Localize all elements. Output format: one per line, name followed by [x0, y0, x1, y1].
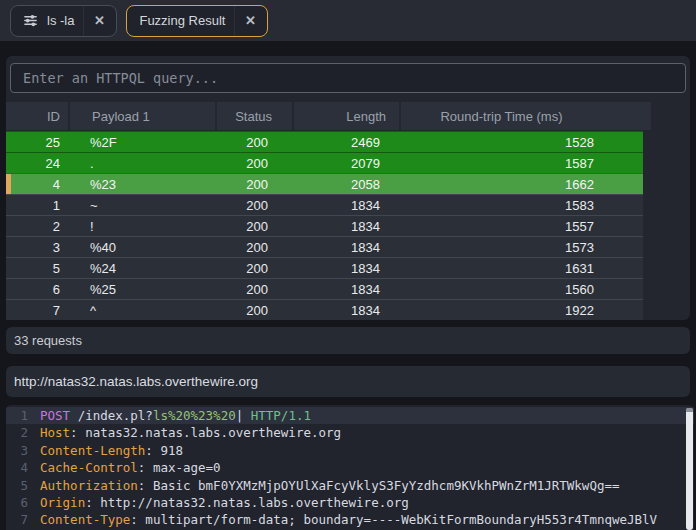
httpql-query-input[interactable]	[10, 63, 686, 93]
cell-payload: !	[68, 216, 213, 236]
cell-rtt: 1557	[393, 216, 643, 236]
cell-rtt: 1528	[393, 132, 643, 152]
tab-label: Fuzzing Result	[139, 13, 225, 28]
cell-length: 2079	[288, 153, 393, 173]
cell-payload: %40	[68, 237, 213, 257]
sliders-icon	[23, 13, 38, 28]
cell-payload: .	[68, 153, 213, 173]
table-row[interactable]: 2!20018341557	[6, 215, 643, 236]
cell-length: 1834	[288, 216, 393, 236]
code-line: 3Content-Length: 918	[6, 442, 694, 459]
cell-rtt: 1662	[393, 174, 643, 194]
scrollbar-notch-icon	[686, 408, 693, 412]
close-icon[interactable]: ✕	[83, 6, 114, 36]
cell-id: 5	[6, 258, 68, 278]
cell-status: 200	[213, 258, 288, 278]
column-header-id[interactable]: ID	[6, 102, 68, 130]
table-row[interactable]: 7^20018341922	[6, 299, 643, 320]
code-line: 6Origin: http://natas32.natas.labs.overt…	[6, 494, 694, 511]
cell-rtt: 1587	[393, 153, 643, 173]
line-number: 1	[6, 407, 28, 424]
cell-rtt: 1631	[393, 258, 643, 278]
cell-payload: ~	[68, 195, 213, 215]
cell-length: 1834	[288, 237, 393, 257]
cell-id: 2	[6, 216, 68, 236]
cell-id: 6	[6, 279, 68, 299]
cell-payload: %25	[68, 279, 213, 299]
table-body: 25%2F2002469152824.200207915874%23200205…	[6, 131, 643, 320]
cell-status: 200	[213, 153, 288, 173]
code-line-text: Authorization: Basic bmF0YXMzMjpOYUlXaFc…	[28, 477, 619, 494]
cell-length: 1834	[288, 258, 393, 278]
column-header-payload[interactable]: Payload 1	[70, 102, 215, 130]
cell-rtt: 1922	[393, 300, 643, 320]
code-line-text: Content-Length: 918	[28, 442, 183, 459]
code-line-text: Content-Type: multipart/form-data; bound…	[28, 511, 657, 528]
table-row[interactable]: 3%4020018341573	[6, 236, 643, 257]
cell-rtt: 1573	[393, 237, 643, 257]
code-line: 7Content-Type: multipart/form-data; boun…	[6, 511, 694, 528]
column-header-length[interactable]: Length	[294, 102, 399, 130]
results-panel: ID Payload 1 Status Length Round-trip Ti…	[6, 56, 690, 320]
table-row[interactable]: 6%2520018341560	[6, 278, 643, 299]
line-number: 3	[6, 442, 28, 459]
code-line: 2Host: natas32.natas.labs.overthewire.or…	[6, 424, 694, 441]
cell-length: 1834	[288, 279, 393, 299]
cell-payload: %24	[68, 258, 213, 278]
cell-id: 1	[6, 195, 68, 215]
cell-status: 200	[213, 132, 288, 152]
cell-rtt: 1583	[393, 195, 643, 215]
code-line: 4Cache-Control: max-age=0	[6, 459, 694, 476]
cell-id: 25	[6, 132, 68, 152]
table-row[interactable]: 1~20018341583	[6, 194, 643, 215]
line-number: 6	[6, 494, 28, 511]
tab-fuzzing-result[interactable]: Fuzzing Result ✕	[126, 5, 268, 37]
line-number: 2	[6, 424, 28, 441]
cell-status: 200	[213, 237, 288, 257]
table-row[interactable]: 24.20020791587	[6, 152, 643, 173]
code-line-text: Host: natas32.natas.labs.overthewire.org	[28, 424, 341, 441]
cell-status: 200	[213, 216, 288, 236]
line-number: 5	[6, 477, 28, 494]
table-row[interactable]: 25%2F20024691528	[6, 131, 643, 152]
line-number: 4	[6, 459, 28, 476]
cell-status: 200	[213, 174, 288, 194]
cell-id: 4	[6, 174, 68, 194]
tab-ls-la[interactable]: ls -la ✕	[10, 5, 117, 37]
request-count-bar: 33 requests	[6, 327, 690, 354]
cell-length: 1834	[288, 195, 393, 215]
cell-status: 200	[213, 195, 288, 215]
code-line-text: Cache-Control: max-age=0	[28, 459, 221, 476]
url-bar: http://natas32.natas.labs.overthewire.or…	[6, 366, 690, 397]
column-header-status[interactable]: Status	[217, 102, 292, 130]
request-lines: 1POST /index.pl?ls%20%23%20| HTTP/1.12Ho…	[6, 407, 694, 529]
cell-id: 3	[6, 237, 68, 257]
table-row[interactable]: 5%2420018341631	[6, 257, 643, 278]
tab-label: ls -la	[47, 13, 74, 28]
fuzzer-window: ls -la ✕ Fuzzing Result ✕ ID Payload 1 S…	[0, 0, 696, 530]
cell-id: 7	[6, 300, 68, 320]
cell-length: 2058	[288, 174, 393, 194]
table-row[interactable]: 4%2320020581662	[6, 173, 643, 194]
cell-id: 24	[6, 153, 68, 173]
cell-payload: %23	[68, 174, 213, 194]
close-icon[interactable]: ✕	[234, 6, 265, 36]
cell-status: 200	[213, 300, 288, 320]
cell-payload: ^	[68, 300, 213, 320]
request-url: http://natas32.natas.labs.overthewire.or…	[14, 374, 258, 389]
code-line-text: POST /index.pl?ls%20%23%20| HTTP/1.1	[28, 407, 311, 424]
cell-length: 2469	[288, 132, 393, 152]
cell-payload: %2F	[68, 132, 213, 152]
code-line: 5Authorization: Basic bmF0YXMzMjpOYUlXaF…	[6, 477, 694, 494]
code-line-text: Origin: http://natas32.natas.labs.overth…	[28, 494, 409, 511]
request-editor[interactable]: 1POST /index.pl?ls%20%23%20| HTTP/1.12Ho…	[6, 405, 694, 530]
column-header-rtt[interactable]: Round-trip Time (ms)	[401, 102, 651, 130]
tab-bar: ls -la ✕ Fuzzing Result ✕	[0, 0, 696, 41]
table-header: ID Payload 1 Status Length Round-trip Ti…	[6, 102, 643, 130]
code-line: 1POST /index.pl?ls%20%23%20| HTTP/1.1	[6, 407, 694, 424]
line-number: 7	[6, 511, 28, 528]
cell-rtt: 1560	[393, 279, 643, 299]
cell-status: 200	[213, 279, 288, 299]
cell-length: 1834	[288, 300, 393, 320]
editor-scrollbar[interactable]	[686, 408, 693, 530]
